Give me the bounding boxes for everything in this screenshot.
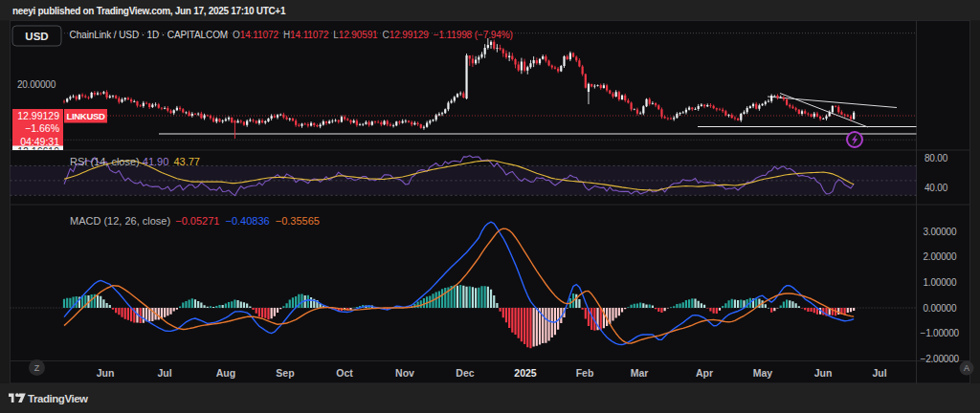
svg-text:Aug: Aug <box>216 367 235 379</box>
svg-text:Nov: Nov <box>395 367 414 379</box>
svg-text:−1.00000: −1.00000 <box>921 328 960 338</box>
svg-text:ChainLink / USD · 1D · CAPITAL: ChainLink / USD · 1D · CAPITALCOMO14.110… <box>70 30 513 40</box>
svg-text:A: A <box>964 363 969 373</box>
svg-text:−2.00000: −2.00000 <box>921 354 960 364</box>
svg-text:neeyi published on TradingView: neeyi published on TradingView.com, Jun … <box>12 6 286 16</box>
svg-text:Feb: Feb <box>576 367 594 379</box>
svg-text:12.99129: 12.99129 <box>17 110 59 121</box>
svg-text:−1.66%: −1.66% <box>25 122 59 134</box>
svg-text:3.00000: 3.00000 <box>924 227 957 237</box>
svg-text:Apr: Apr <box>696 367 713 379</box>
svg-text:Mar: Mar <box>631 367 649 379</box>
svg-text:2.00000: 2.00000 <box>924 251 957 262</box>
svg-text:Z: Z <box>34 363 40 373</box>
svg-text:Dec: Dec <box>456 367 474 379</box>
svg-text:0.00000: 0.00000 <box>924 303 957 314</box>
svg-text:Sep: Sep <box>276 367 294 379</box>
svg-text:1.00000: 1.00000 <box>924 277 957 288</box>
svg-text:20.00000: 20.00000 <box>17 79 56 90</box>
svg-text:Oct: Oct <box>336 367 353 379</box>
svg-text:80.00: 80.00 <box>924 153 948 163</box>
svg-text:TradingView: TradingView <box>28 393 88 404</box>
svg-text:Jun: Jun <box>97 367 115 379</box>
svg-text:40.00: 40.00 <box>924 183 948 193</box>
svg-text:2025: 2025 <box>514 367 537 379</box>
svg-text:Jun: Jun <box>814 367 833 379</box>
svg-text:Jul: Jul <box>872 367 886 379</box>
svg-text:Jul: Jul <box>157 367 171 379</box>
svg-text:May: May <box>753 367 773 379</box>
svg-text:USD: USD <box>25 31 48 42</box>
svg-text:RSI (14, close) 41.90 43.77: RSI (14, close) 41.90 43.77 <box>70 156 200 167</box>
svg-text:LINKUSD: LINKUSD <box>66 111 105 121</box>
svg-text:MACD (12, 26, close) −0.05271: MACD (12, 26, close) −0.05271 −0.40836 −… <box>70 215 320 227</box>
